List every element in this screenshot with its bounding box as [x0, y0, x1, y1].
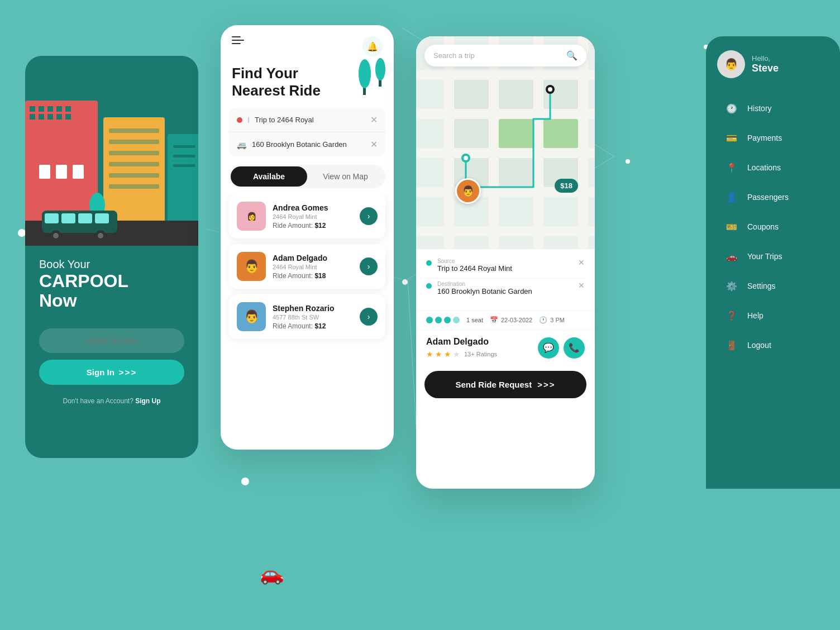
source-clear[interactable]: ✕	[370, 114, 378, 125]
svg-rect-31	[454, 119, 489, 148]
menu-item-your-trips[interactable]: 🚗 Your Trips	[717, 243, 829, 270]
svg-rect-26	[489, 36, 499, 249]
driver-arrow-2[interactable]: ›	[360, 257, 378, 275]
menu-item-locations[interactable]: 📍 Locations	[717, 154, 829, 181]
source-dot	[426, 260, 432, 266]
driver-avatar-3: 👨	[237, 302, 266, 331]
building-dots	[30, 106, 72, 120]
source-info: Source Trip to 2464 Royal Mint	[437, 258, 512, 273]
driver-info-1: Andrea Gomes 2464 Royal Mint Ride Amount…	[273, 203, 353, 230]
help-icon: ❓	[724, 308, 739, 323]
menu-label-logout: Logout	[747, 341, 771, 350]
svg-rect-32	[499, 119, 533, 148]
source-close[interactable]: ✕	[578, 258, 585, 267]
map-search-bar[interactable]: Search a trip 🔍	[424, 45, 586, 66]
driver-arrow-3[interactable]: ›	[360, 308, 378, 326]
seat-dot-4	[453, 317, 460, 323]
menu-item-help[interactable]: ❓ Help	[717, 302, 829, 329]
driver-arrow-1[interactable]: ›	[360, 207, 378, 225]
svg-point-12	[53, 233, 59, 238]
driver-avatar-image-3: 👨	[237, 302, 266, 331]
map-area: Search a trip 🔍 👨 $18	[416, 36, 595, 249]
driver-name-2: Adam Delgado	[273, 254, 353, 262]
illustration	[25, 56, 198, 246]
menu-item-coupons[interactable]: 🎫 Coupons	[717, 213, 829, 240]
source-icon	[237, 117, 242, 123]
star-rating: ★ ★ ★ ★ 13+ Ratings	[426, 350, 531, 359]
driver-amount-2: Ride Amount: $18	[273, 272, 353, 280]
driver-avatar-image-1: 👩	[237, 202, 266, 231]
signup-link[interactable]: Sign Up	[135, 397, 160, 405]
call-button[interactable]: 📞	[564, 337, 585, 359]
svg-rect-30	[499, 80, 533, 109]
menu-item-history[interactable]: 🕐 History	[717, 95, 829, 122]
driver-amount-3: Ride Amount: $12	[273, 322, 353, 330]
dest-clear[interactable]: ✕	[370, 139, 378, 150]
mobile-input[interactable]	[39, 328, 184, 353]
star-2: ★	[435, 350, 442, 359]
date-meta: 📅 22-03-2022	[490, 316, 532, 324]
search-icon: 🔍	[566, 50, 578, 61]
driver-name-big: Adam Delgado	[426, 337, 531, 347]
svg-point-16	[359, 59, 371, 88]
screen1-content: Book Your CARPOOL Now Sign In >>> Don't …	[25, 246, 198, 458]
user-avatar-image: 👨	[717, 50, 745, 78]
menu-label-history: History	[747, 104, 772, 113]
dest-text: 160 Brooklyn Botanic Garden	[252, 140, 365, 149]
svg-point-14	[98, 233, 103, 238]
passengers-icon: 👤	[724, 189, 739, 205]
svg-rect-8	[61, 213, 75, 223]
hamburger-icon[interactable]	[232, 36, 244, 44]
user-name: Steve	[752, 63, 779, 74]
star-3: ★	[444, 350, 451, 359]
notification-button[interactable]: 🔔	[362, 36, 383, 56]
driver-name-1: Andrea Gomes	[273, 203, 353, 212]
history-icon: 🕐	[724, 101, 739, 116]
building-stripes	[109, 128, 159, 189]
book-label: Book Your	[39, 257, 184, 271]
signin-button[interactable]: Sign In >>>	[39, 360, 184, 385]
price-badge: $18	[555, 179, 578, 193]
svg-rect-7	[45, 213, 59, 223]
seat-dot-3	[444, 317, 451, 323]
menu-item-logout[interactable]: 🚪 Logout	[717, 332, 829, 359]
menu-item-payments[interactable]: 💳 Payments	[717, 125, 829, 151]
car-decoration: 🚗	[260, 562, 284, 585]
svg-rect-28	[578, 36, 588, 249]
coupons-icon: 🎫	[724, 219, 739, 235]
trip-source-card: Source Trip to 2464 Royal Mint ✕ Destina…	[416, 249, 595, 310]
map-user-pin: 👨	[455, 178, 481, 204]
hello-text: Hello,	[752, 54, 779, 63]
payments-icon: 💳	[724, 130, 739, 146]
driver-info-2: Adam Delgado 2464 Royal Mint Ride Amount…	[273, 254, 353, 280]
locations-icon: 📍	[724, 160, 739, 175]
menu-item-settings[interactable]: ⚙️ Settings	[717, 273, 829, 299]
menu-item-passengers[interactable]: 👤 Passengers	[717, 184, 829, 211]
tree-decoration	[359, 56, 385, 95]
menu-label-settings: Settings	[747, 281, 776, 290]
action-buttons: 💬 📞	[538, 337, 585, 359]
dest-info: Destination 160 Brooklyn Botanic Garden	[437, 281, 532, 295]
tab-map[interactable]: View on Map	[307, 166, 384, 187]
send-request-button[interactable]: Send Ride Request >>>	[424, 371, 586, 398]
dest-close[interactable]: ✕	[578, 281, 585, 290]
signup-text: Don't have an Account? Sign Up	[39, 397, 184, 405]
driver-addr-3: 4577 88th St SW	[273, 314, 353, 321]
time-meta: 🕐 3 PM	[539, 316, 565, 324]
carpool-label: CARPOOL Now	[39, 271, 184, 311]
driver-info-section: Adam Delgado ★ ★ ★ ★ 13+ Ratings	[426, 337, 531, 359]
tab-available[interactable]: Availabe	[231, 166, 307, 187]
menu-label-your-trips: Your Trips	[747, 252, 782, 261]
driver-card-2: 👨 Adam Delgado 2464 Royal Mint Ride Amou…	[229, 244, 385, 289]
star-4: ★	[453, 350, 460, 359]
bus-screen1	[42, 208, 120, 241]
svg-rect-36	[499, 158, 533, 187]
dest-row: Destination 160 Brooklyn Botanic Garden …	[426, 281, 585, 295]
message-button[interactable]: 💬	[538, 337, 559, 359]
svg-rect-10	[95, 213, 109, 223]
menu-label-passengers: Passengers	[747, 193, 789, 202]
menu-items: 🕐 History 💳 Payments 📍 Locations 👤 Passe…	[717, 95, 829, 359]
driver-avatar-2: 👨	[237, 252, 266, 281]
user-greeting: Hello, Steve	[752, 54, 779, 74]
menu-label-locations: Locations	[747, 163, 781, 172]
